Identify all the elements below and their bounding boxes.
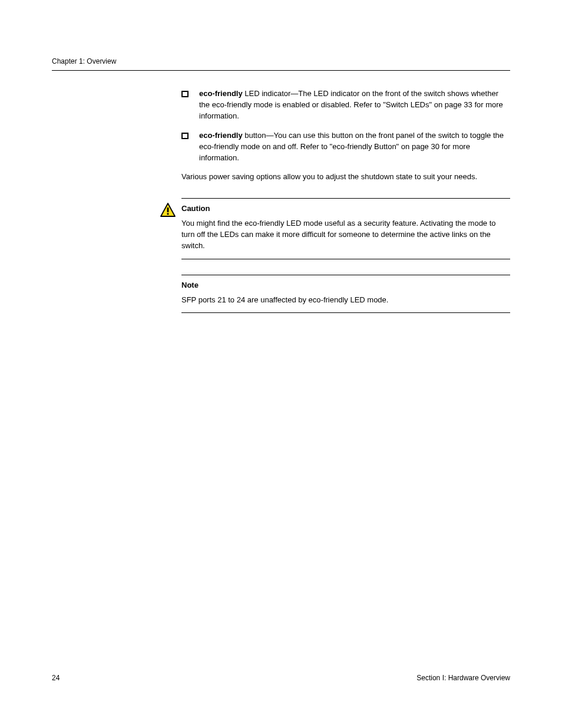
list-rest: button—You can use this button on the fr…	[199, 131, 504, 162]
svg-rect-1	[167, 207, 169, 212]
warning-triangle-icon	[160, 203, 176, 217]
footer-title: Section I: Hardware Overview	[416, 673, 510, 683]
page-number: 24	[52, 673, 59, 683]
callout-label: Note	[181, 280, 510, 291]
list-text: eco-friendly button—You can use this but…	[199, 130, 510, 164]
callout-label: Caution	[181, 203, 510, 215]
page-footer: 24 Section I: Hardware Overview	[52, 673, 510, 683]
bullet-box-icon	[181, 133, 189, 139]
header-rule	[52, 70, 510, 71]
callout-text: You might find the eco-friendly LED mode…	[181, 219, 496, 250]
callout-text: SFP ports 21 to 24 are unaffected by eco…	[181, 295, 388, 304]
paragraph: Various power saving options allow you t…	[181, 172, 510, 183]
caution-callout: Caution You might find the eco-friendly …	[181, 198, 510, 259]
list-lead: eco-friendly	[199, 89, 243, 98]
note-callout: Note SFP ports 21 to 24 are unaffected b…	[181, 275, 510, 314]
callout-group: Caution You might find the eco-friendly …	[181, 198, 510, 313]
list-item: eco-friendly button—You can use this but…	[181, 130, 510, 164]
list-text: eco-friendly LED indicator—The LED indic…	[199, 88, 510, 122]
running-head-left: Chapter 1: Overview	[52, 57, 116, 67]
svg-rect-2	[167, 213, 169, 215]
body-content: eco-friendly LED indicator—The LED indic…	[181, 88, 510, 163]
list-lead: eco-friendly	[199, 131, 243, 140]
list-item: eco-friendly LED indicator—The LED indic…	[181, 88, 510, 122]
feature-list: eco-friendly LED indicator—The LED indic…	[181, 88, 510, 163]
callout-bottom-rule	[181, 312, 510, 313]
list-rest: LED indicator—The LED indicator on the f…	[199, 89, 503, 120]
running-head: Chapter 1: Overview	[52, 57, 510, 67]
bullet-box-icon	[181, 91, 189, 97]
callout-bottom-rule	[181, 259, 510, 259]
